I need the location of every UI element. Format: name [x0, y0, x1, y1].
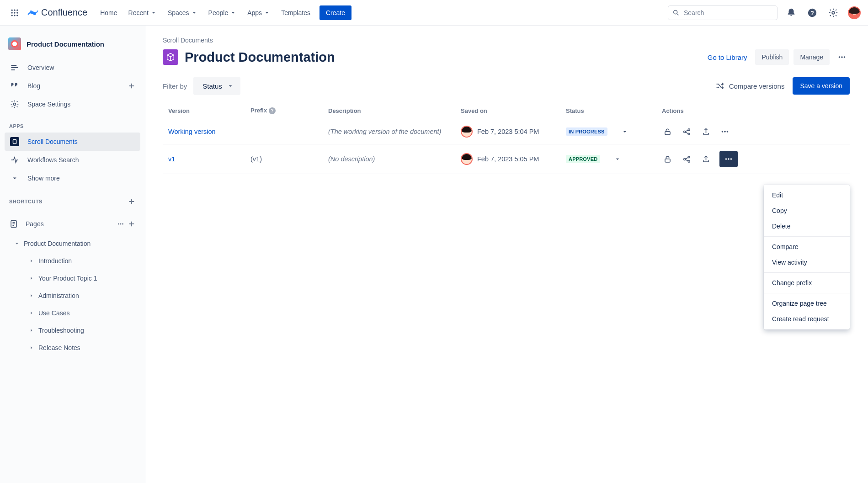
tree-child[interactable]: Release Notes: [5, 339, 140, 356]
add-page-icon[interactable]: [128, 220, 136, 228]
breadcrumb[interactable]: Scroll Documents: [163, 37, 850, 44]
status-chevron-icon[interactable]: [621, 128, 628, 135]
sidebar-space-settings[interactable]: Space Settings: [5, 95, 140, 113]
nav-spaces[interactable]: Spaces: [162, 0, 203, 26]
version-link[interactable]: Working version: [168, 128, 216, 135]
dropdown-separator: [764, 293, 850, 293]
share-icon[interactable]: [681, 126, 692, 137]
chevron-down-icon: [230, 10, 236, 16]
dropdown-separator: [764, 236, 850, 237]
shortcuts-section-label: SHORTCUTS: [5, 187, 140, 209]
version-link[interactable]: v1: [168, 155, 175, 163]
create-button[interactable]: Create: [320, 5, 351, 20]
dd-change-prefix[interactable]: Change prefix: [764, 275, 850, 291]
go-to-library-link[interactable]: Go to Library: [704, 53, 751, 61]
chevron-down-icon: [150, 10, 157, 16]
chevron-down-icon: [227, 82, 234, 90]
row-actions-dropdown: Edit Copy Delete Compare View activity C…: [764, 185, 850, 329]
add-blog-icon[interactable]: [128, 82, 136, 90]
svg-point-28: [727, 131, 729, 133]
product-name: Confluence: [41, 7, 87, 18]
search-input[interactable]: [668, 5, 777, 20]
lock-icon[interactable]: [662, 126, 673, 137]
dd-view-activity[interactable]: View activity: [764, 255, 850, 270]
nav-apps[interactable]: Apps: [242, 0, 276, 26]
nav-home[interactable]: Home: [95, 0, 122, 26]
sidebar-scroll-documents[interactable]: Scroll Documents: [5, 133, 140, 151]
chevron-down-icon: [191, 10, 197, 16]
row-more-icon[interactable]: [719, 151, 738, 167]
svg-point-6: [11, 15, 13, 16]
sidebar-blog[interactable]: Blog: [5, 77, 140, 95]
tree-child[interactable]: Administration: [5, 287, 140, 304]
nav-templates[interactable]: Templates: [276, 0, 316, 26]
dd-copy[interactable]: Copy: [764, 203, 850, 218]
settings-icon[interactable]: [826, 5, 841, 20]
filter-by-label: Filter by: [163, 82, 187, 90]
dd-organize-page-tree[interactable]: Organize page tree: [764, 296, 850, 311]
dd-delete[interactable]: Delete: [764, 218, 850, 234]
tree-child[interactable]: Use Cases: [5, 304, 140, 322]
confluence-logo[interactable]: Confluence: [27, 7, 87, 18]
svg-point-33: [725, 158, 727, 160]
svg-point-27: [724, 131, 726, 133]
tree-child[interactable]: Your Product Topic 1: [5, 270, 140, 287]
sidebar-pages[interactable]: Pages: [5, 215, 140, 233]
dd-create-read-request[interactable]: Create read request: [764, 311, 850, 327]
add-shortcut-icon[interactable]: [128, 197, 136, 206]
compare-versions-button[interactable]: Compare versions: [715, 81, 785, 90]
status-filter[interactable]: Status: [193, 77, 240, 95]
sidebar-workflows-search[interactable]: Workflows Search: [5, 151, 140, 169]
chevron-right-icon: [27, 345, 36, 350]
dd-edit[interactable]: Edit: [764, 187, 850, 203]
export-icon[interactable]: [700, 126, 711, 137]
user-avatar[interactable]: [848, 6, 861, 19]
svg-text:?: ?: [810, 9, 814, 16]
page-tree: Product Documentation Introduction Your …: [5, 235, 140, 356]
sidebar-overview[interactable]: Overview: [5, 58, 140, 77]
page-title: Product Documentation: [185, 50, 335, 65]
sidebar: Product Documentation Overview Blog Spac…: [0, 26, 146, 483]
workflows-icon: [9, 155, 20, 165]
chevron-down-icon: [264, 10, 270, 16]
svg-point-35: [730, 158, 732, 160]
svg-point-20: [841, 56, 843, 58]
status-chevron-icon[interactable]: [614, 155, 621, 163]
row-more-icon[interactable]: [719, 126, 730, 137]
svg-rect-14: [13, 140, 16, 144]
nav-recent[interactable]: Recent: [123, 0, 162, 26]
svg-point-5: [16, 12, 18, 13]
more-actions-icon[interactable]: [834, 49, 850, 65]
dd-compare[interactable]: Compare: [764, 239, 850, 255]
nav-items: Home Recent Spaces People Apps Templates…: [95, 0, 351, 26]
tree-root[interactable]: Product Documentation: [5, 235, 140, 252]
nav-people[interactable]: People: [203, 0, 242, 26]
svg-rect-29: [665, 159, 670, 162]
lock-icon[interactable]: [662, 154, 673, 165]
sidebar-show-more[interactable]: Show more: [5, 169, 140, 187]
publish-button[interactable]: Publish: [755, 49, 789, 65]
saved-on-text: Feb 7, 2023 5:04 PM: [477, 128, 539, 135]
main-content: Scroll Documents Product Documentation G…: [146, 26, 868, 483]
svg-point-12: [832, 11, 835, 14]
svg-point-18: [122, 223, 123, 225]
space-header[interactable]: Product Documentation: [5, 36, 140, 58]
tree-child[interactable]: Introduction: [5, 252, 140, 270]
save-version-button[interactable]: Save a version: [793, 77, 850, 95]
manage-button[interactable]: Manage: [793, 49, 830, 65]
scroll-documents-icon: [9, 137, 20, 146]
svg-point-17: [120, 223, 122, 225]
space-title: Product Documentation: [27, 40, 104, 48]
share-icon[interactable]: [681, 154, 692, 165]
tree-child[interactable]: Troubleshooting: [5, 322, 140, 339]
svg-point-26: [722, 131, 724, 133]
help-icon[interactable]: ?: [805, 5, 820, 20]
chevron-down-icon: [13, 240, 21, 247]
export-icon[interactable]: [700, 154, 711, 165]
notifications-icon[interactable]: [784, 5, 799, 20]
status-badge: IN PROGRESS: [566, 127, 607, 136]
pages-more-icon[interactable]: [117, 220, 125, 228]
help-icon[interactable]: ?: [269, 107, 276, 114]
chevron-right-icon: [27, 258, 36, 264]
app-switcher-icon[interactable]: [7, 5, 22, 20]
